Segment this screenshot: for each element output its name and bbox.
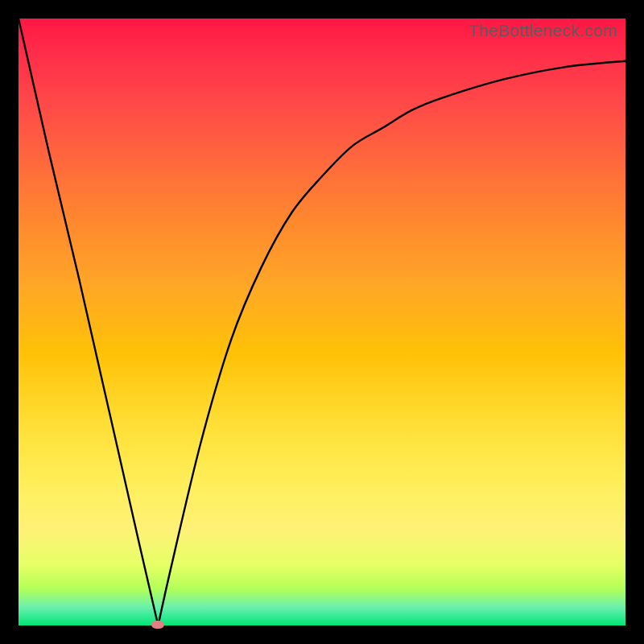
chart-frame: TheBottleneck.com [0, 0, 644, 644]
plot-area: TheBottleneck.com [19, 19, 625, 625]
bottleneck-curve [19, 19, 625, 625]
minimum-marker [151, 621, 164, 629]
